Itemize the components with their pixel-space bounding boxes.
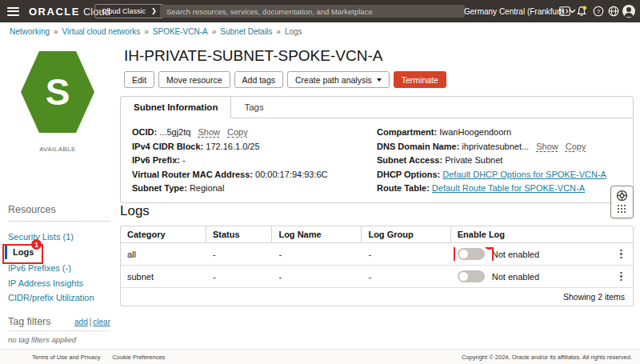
- sidebar-item-cidr-prefix-utilization[interactable]: CIDR/prefix Utilization: [0, 290, 94, 305]
- ipv4-cidr-row: IPv4 CIDR Block: 172.16.1.0/25: [132, 140, 377, 154]
- dns-domain-row: DNS Domain Name: ihprivatesubnet... Show…: [377, 140, 622, 154]
- svg-text:?: ?: [597, 8, 601, 15]
- logs-section-heading: Logs: [120, 203, 150, 219]
- add-tags-button[interactable]: Add tags: [234, 71, 283, 88]
- add-tags-label: Add tags: [242, 75, 275, 85]
- cell-enable-log: Not enabled: [451, 270, 633, 284]
- ipv4-cidr-value: 172.16.1.0/25: [206, 142, 259, 151]
- table-footer: Showing 2 items: [121, 288, 633, 306]
- search-input[interactable]: [160, 5, 465, 18]
- breadcrumb-separator: »: [276, 27, 281, 36]
- enable-log-toggle[interactable]: [458, 270, 485, 282]
- cell-log-name: -: [272, 250, 362, 259]
- cloud-shell-icon[interactable]: [559, 6, 570, 17]
- support-widget-button[interactable]: [610, 186, 634, 218]
- column-header-enable-log: Enable Log: [451, 226, 633, 242]
- sidebar-item-ipv6-prefixes[interactable]: IPv6 Prefixes (-): [0, 261, 71, 275]
- cloud-classic-button[interactable]: Cloud Classic ❯: [94, 4, 164, 18]
- ipv6-prefix-value: -: [182, 155, 186, 165]
- language-globe-icon[interactable]: [608, 6, 619, 17]
- subnet-hexagon-icon: S: [21, 51, 94, 133]
- details-right-column: Compartment: IwanHoogendoorn DNS Domain …: [377, 126, 622, 196]
- ipv6-prefix-row: IPv6 Prefix: -: [132, 154, 377, 168]
- left-sidebar: S AVAILABLE Resources Security Lists (1)…: [0, 40, 118, 350]
- cloud-classic-label: Cloud Classic: [102, 7, 146, 15]
- tag-filters-clear-link[interactable]: clear: [93, 318, 110, 326]
- enable-log-toggle[interactable]: [458, 248, 485, 260]
- subnet-type-row: Subnet Type: Regional: [132, 182, 377, 196]
- table-row-subnet: subnet - - - Not enabled: [121, 266, 633, 288]
- dhcp-options-row: DHCP Options: Default DHCP Options for S…: [377, 168, 622, 182]
- subnet-initial: S: [46, 70, 70, 114]
- details-left-column: OCID: ...5gj2tq Show Copy IPv4 CIDR Bloc…: [132, 126, 377, 196]
- row-actions-kebab-icon[interactable]: [618, 247, 625, 262]
- sidebar-item-logs[interactable]: Logs: [5, 245, 34, 259]
- breadcrumb-spoke-vcn-a[interactable]: SPOKE-VCN-A: [153, 27, 208, 36]
- route-table-label: Route Table:: [377, 183, 430, 193]
- breadcrumb-current-logs: Logs: [285, 27, 302, 36]
- sidebar-item-label: IPv6 Prefixes (-): [8, 263, 71, 273]
- items-count: Showing 2 items: [563, 292, 625, 302]
- subnet-type-label: Subnet Type:: [132, 183, 187, 193]
- cell-enable-log: 2 Not enabled: [451, 247, 633, 262]
- logs-table-header: Category Status Log Name Log Group Enabl…: [121, 226, 633, 243]
- dhcp-options-label: DHCP Options:: [377, 170, 440, 179]
- compartment-value: IwanHoogendoorn: [439, 127, 511, 137]
- edit-button[interactable]: Edit: [124, 71, 154, 88]
- column-header-log-name: Log Name: [272, 226, 362, 242]
- router-mac-row: Virtual Router MAC Address: 00:00:17:94:…: [132, 168, 377, 182]
- create-path-analysis-button[interactable]: Create path analysis: [287, 71, 390, 88]
- cookie-preferences-link[interactable]: Cookie Preferences: [112, 354, 165, 361]
- sidebar-item-security-lists[interactable]: Security Lists (1): [0, 230, 74, 244]
- person-icon: [622, 5, 635, 18]
- hamburger-menu-icon[interactable]: [7, 7, 19, 16]
- tab-subnet-information[interactable]: Subnet Information: [120, 96, 231, 118]
- row-actions-kebab-icon[interactable]: [618, 270, 625, 284]
- sidebar-item-ip-address-insights[interactable]: IP Address Insights: [0, 276, 83, 290]
- compartment-row: Compartment: IwanHoogendoorn: [377, 126, 622, 140]
- help-icon[interactable]: ?: [593, 6, 604, 17]
- tag-filters-divider: [8, 330, 110, 331]
- move-resource-button[interactable]: Move resource: [158, 71, 230, 88]
- chevron-right-icon: ❯: [151, 8, 157, 14]
- subnet-access-value: Private Subnet: [445, 155, 502, 165]
- route-table-link[interactable]: Default Route Table for SPOKE-VCN-A: [432, 183, 585, 193]
- tag-filters-add-link[interactable]: add: [74, 318, 88, 326]
- dhcp-options-link[interactable]: Default DHCP Options for SPOKE-VCN-A: [442, 170, 606, 179]
- brand-primary: ORACLE: [29, 6, 80, 18]
- terms-link[interactable]: Terms of Use and Privacy: [32, 354, 100, 361]
- breadcrumb-networking[interactable]: Networking: [10, 27, 50, 36]
- breadcrumb-separator: »: [54, 27, 58, 36]
- region-label: Germany Central (Frankfurt): [464, 7, 565, 16]
- ocid-copy-link[interactable]: Copy: [227, 127, 248, 137]
- sidebar-item-label: Security Lists (1): [8, 232, 74, 242]
- user-avatar[interactable]: [622, 5, 635, 18]
- table-row-all: all - - - 2 Not enabled: [121, 243, 633, 266]
- router-mac-value: 00:00:17:94:93:6C: [255, 170, 328, 179]
- sidebar-item-label: IP Address Insights: [8, 278, 83, 288]
- cell-log-name: -: [272, 272, 362, 282]
- breadcrumb-subnet-details[interactable]: Subnet Details: [220, 27, 272, 36]
- breadcrumb-vcns[interactable]: Virtual cloud networks: [62, 27, 141, 36]
- move-resource-label: Move resource: [166, 75, 222, 85]
- ocid-label: OCID:: [132, 127, 157, 137]
- status-badge: AVAILABLE: [21, 146, 94, 153]
- oci-console-page: ORACLECloud Cloud Classic ❯ Germany Cent…: [0, 0, 640, 364]
- dns-show-link[interactable]: Show: [536, 142, 558, 151]
- ocid-value: ...5gj2tq: [159, 127, 190, 137]
- copyright-text: Copyright © 2024, Oracle and/or its affi…: [462, 354, 632, 361]
- tag-filters-separator: |: [90, 318, 92, 326]
- top-navigation-bar: ORACLECloud Cloud Classic ❯ Germany Cent…: [0, 0, 640, 22]
- breadcrumb-separator: »: [144, 27, 149, 36]
- terminate-button[interactable]: Terminate: [394, 71, 446, 88]
- caret-down-icon: [377, 78, 382, 82]
- notifications-bell-icon[interactable]: [576, 6, 587, 17]
- router-mac-label: Virtual Router MAC Address:: [132, 170, 253, 179]
- tab-tags[interactable]: Tags: [231, 97, 276, 118]
- subnet-access-row: Subnet Access: Private Subnet: [377, 154, 622, 168]
- dns-copy-link[interactable]: Copy: [566, 142, 586, 151]
- breadcrumb: Networking » Virtual cloud networks » SP…: [0, 22, 640, 40]
- ocid-show-link[interactable]: Show: [198, 127, 220, 137]
- action-buttons: Edit Move resource Add tags Create path …: [124, 71, 446, 88]
- page-title: IH-PRIVATE-SUBNET-SPOKE-VCN-A: [124, 47, 382, 65]
